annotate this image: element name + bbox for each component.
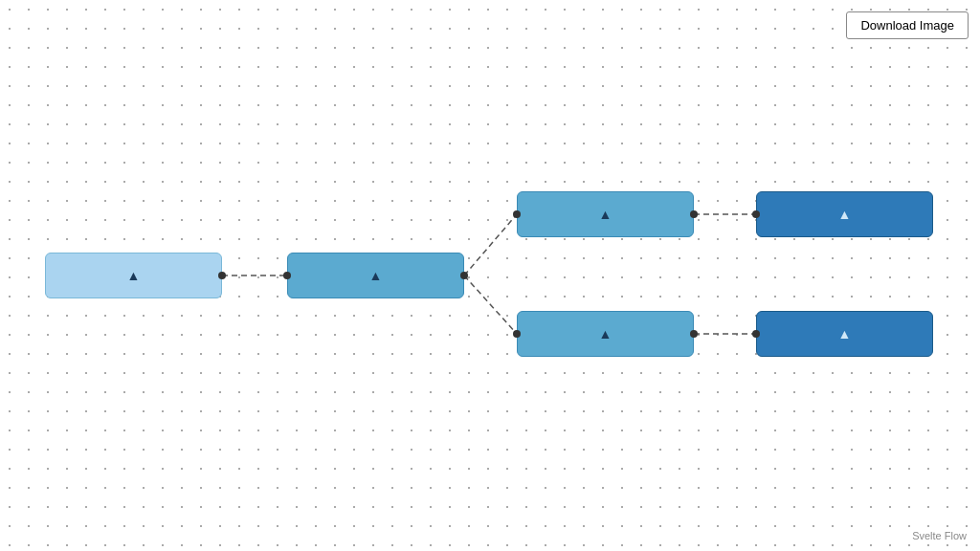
node-4[interactable]: ▲ [756,191,933,237]
node-5-left-dot [513,330,521,338]
node-4-left-dot [752,210,760,218]
node-2-left-dot [283,272,291,279]
node-1-icon: ▲ [127,268,141,283]
node-3-left-dot [513,210,521,218]
node-6-left-dot [752,330,760,338]
download-image-button[interactable]: Download Image [846,11,969,39]
node-2[interactable]: ▲ [287,253,464,298]
node-5[interactable]: ▲ [517,311,694,357]
node-3-icon: ▲ [599,207,612,222]
node-1-right-dot [218,272,226,279]
svg-line-2 [464,276,517,334]
node-1[interactable]: ▲ [45,253,222,298]
node-6-icon: ▲ [838,326,852,342]
watermark: Svelte Flow [912,530,967,541]
node-2-right-dot [460,272,468,279]
node-2-icon: ▲ [369,268,383,283]
node-4-icon: ▲ [838,207,852,222]
node-5-icon: ▲ [599,326,612,342]
svg-line-1 [464,214,517,276]
node-3-right-dot [690,210,698,218]
node-5-right-dot [690,330,698,338]
node-3[interactable]: ▲ [517,191,694,237]
node-6[interactable]: ▲ [756,311,933,357]
